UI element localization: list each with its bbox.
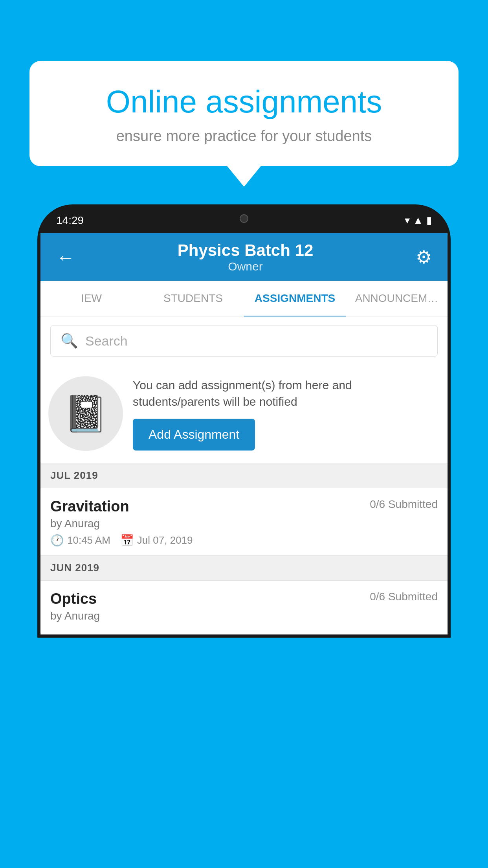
- assignment-item-optics[interactable]: Optics 0/6 Submitted by Anurag: [40, 581, 448, 634]
- search-container: 🔍 Search: [40, 317, 448, 364]
- search-placeholder[interactable]: Search: [85, 333, 128, 349]
- status-bar: 14:29 ▾ ▲ ▮: [40, 208, 448, 233]
- assignment-time: 🕐 10:45 AM: [50, 534, 110, 547]
- assignment-date-text: Jul 07, 2019: [137, 534, 193, 546]
- assignment-author-optics: by Anurag: [50, 610, 438, 622]
- assignment-item-gravitation[interactable]: Gravitation 0/6 Submitted by Anurag 🕐 10…: [40, 488, 448, 555]
- header-title: Physics Batch 12: [178, 241, 314, 260]
- wifi-icon: ▾: [405, 214, 410, 226]
- header-title-group: Physics Batch 12 Owner: [178, 241, 314, 273]
- assignment-name-optics: Optics: [50, 590, 97, 607]
- assignment-submitted-gravitation: 0/6 Submitted: [370, 498, 438, 511]
- speech-bubble-subtitle: ensure more practice for your students: [57, 128, 431, 145]
- assignment-date: 📅 Jul 07, 2019: [120, 534, 193, 547]
- search-bar[interactable]: 🔍 Search: [50, 325, 438, 357]
- assignment-meta-gravitation: 🕐 10:45 AM 📅 Jul 07, 2019: [50, 534, 438, 547]
- phone-outer: 14:29 ▾ ▲ ▮ ← Physics Batch 12 Owner ⚙: [37, 204, 451, 638]
- clock-icon: 🕐: [50, 534, 64, 547]
- back-button[interactable]: ←: [56, 246, 75, 268]
- section-header-jun: JUN 2019: [40, 555, 448, 581]
- tab-iew[interactable]: IEW: [40, 281, 142, 316]
- phone-screen: ← Physics Batch 12 Owner ⚙ IEW STUDENTS …: [40, 233, 448, 634]
- signal-icon: ▲: [413, 214, 423, 226]
- app-header: ← Physics Batch 12 Owner ⚙: [40, 233, 448, 281]
- notebook-icon: 📓: [64, 393, 108, 434]
- tabs-row: IEW STUDENTS ASSIGNMENTS ANNOUNCEM…: [40, 281, 448, 317]
- add-assignment-button[interactable]: Add Assignment: [133, 419, 255, 451]
- promo-description: You can add assignment(s) from here and …: [133, 377, 436, 410]
- phone-notch: [209, 208, 279, 229]
- assignment-row1: Gravitation 0/6 Submitted: [50, 498, 438, 515]
- assignment-submitted-optics: 0/6 Submitted: [370, 590, 438, 603]
- battery-icon: ▮: [426, 214, 432, 226]
- status-time: 14:29: [56, 214, 84, 227]
- assignment-name-gravitation: Gravitation: [50, 498, 129, 515]
- tab-students[interactable]: STUDENTS: [142, 281, 244, 316]
- header-subtitle: Owner: [178, 260, 314, 273]
- tab-assignments[interactable]: ASSIGNMENTS: [244, 281, 346, 317]
- promo-card: 📓 You can add assignment(s) from here an…: [40, 364, 448, 463]
- search-icon: 🔍: [61, 333, 78, 349]
- calendar-icon: 📅: [120, 534, 134, 547]
- camera-dot: [240, 214, 248, 223]
- section-header-jul: JUL 2019: [40, 463, 448, 488]
- assignment-author-gravitation: by Anurag: [50, 517, 438, 530]
- promo-text-area: You can add assignment(s) from here and …: [133, 377, 436, 451]
- status-icons: ▾ ▲ ▮: [405, 214, 432, 226]
- settings-icon[interactable]: ⚙: [416, 246, 432, 268]
- phone-wrapper: 14:29 ▾ ▲ ▮ ← Physics Batch 12 Owner ⚙: [37, 204, 451, 868]
- speech-bubble-title: Online assignments: [57, 85, 431, 119]
- speech-bubble-container: Online assignments ensure more practice …: [29, 61, 459, 166]
- promo-icon-circle: 📓: [48, 376, 123, 451]
- tab-announcements[interactable]: ANNOUNCEM…: [346, 281, 448, 316]
- assignment-row1-optics: Optics 0/6 Submitted: [50, 590, 438, 607]
- speech-bubble: Online assignments ensure more practice …: [29, 61, 459, 166]
- assignment-time-text: 10:45 AM: [67, 534, 110, 546]
